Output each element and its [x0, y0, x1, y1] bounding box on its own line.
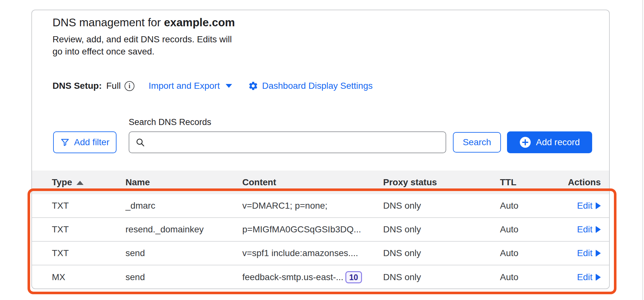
- import-export-label: Import and Export: [149, 81, 220, 91]
- add-record-label: Add record: [536, 137, 580, 147]
- chevron-right-icon: [596, 202, 601, 209]
- table-row: MX send feedback-smtp.us-east-... 10 DNS…: [32, 265, 609, 289]
- column-header-type[interactable]: Type: [32, 177, 125, 188]
- dns-setup-value: Full: [106, 81, 121, 91]
- edit-record-link[interactable]: Edit: [577, 201, 601, 211]
- edit-record-label: Edit: [577, 224, 592, 235]
- page-subtitle: Review, add, and edit DNS records. Edits…: [52, 33, 245, 58]
- cell-actions: Edit: [563, 201, 609, 211]
- cell-actions: Edit: [563, 272, 609, 282]
- table-controls: Add filter Search Add record: [32, 131, 609, 154]
- table-row: TXT resend._domainkey p=MIGfMA0GCSqGSIb3…: [32, 218, 609, 242]
- add-filter-button[interactable]: Add filter: [53, 131, 117, 153]
- cell-name: resend._domainkey: [125, 224, 242, 235]
- cell-content: p=MIGfMA0GCSqGSIb3DQ...: [242, 224, 383, 235]
- cell-content: feedback-smtp.us-east-... 10: [242, 271, 383, 283]
- cell-content-text: v=DMARC1; p=none;: [242, 201, 327, 211]
- search-button[interactable]: Search: [453, 132, 501, 153]
- cell-type: TXT: [32, 201, 125, 211]
- import-export-link[interactable]: Import and Export: [149, 81, 232, 91]
- cell-name: send: [125, 248, 242, 258]
- dns-management-page: DNS management for example.com Review, a…: [0, 0, 644, 300]
- dns-setup-row: DNS Setup: Full i Import and Export Dash…: [52, 79, 373, 93]
- cell-proxy-status: DNS only: [383, 201, 500, 211]
- table-body: TXT _dmarc v=DMARC1; p=none; DNS only Au…: [32, 194, 609, 289]
- search-icon: [135, 137, 145, 147]
- cell-ttl: Auto: [500, 201, 563, 211]
- page-title-domain: example.com: [164, 16, 235, 29]
- cell-name: send: [125, 272, 242, 282]
- priority-badge: 10: [345, 271, 362, 283]
- sort-ascending-icon: [76, 181, 84, 185]
- dashboard-display-settings-label: Dashboard Display Settings: [262, 81, 373, 91]
- chevron-right-icon: [596, 274, 601, 281]
- info-icon[interactable]: i: [125, 81, 134, 91]
- cell-type: TXT: [32, 248, 125, 258]
- dns-management-card: DNS management for example.com Review, a…: [31, 10, 610, 289]
- gear-icon: [248, 81, 258, 91]
- column-header-ttl: TTL: [500, 177, 563, 188]
- chevron-right-icon: [596, 250, 601, 257]
- column-header-actions: Actions: [563, 177, 609, 188]
- add-filter-label: Add filter: [74, 137, 109, 147]
- edit-record-label: Edit: [577, 248, 592, 258]
- edit-record-label: Edit: [577, 272, 592, 282]
- cell-proxy-status: DNS only: [383, 272, 500, 282]
- table-header: Type Name Content Proxy status TTL Actio…: [32, 171, 609, 194]
- cell-content-text: v=spf1 include:amazonses....: [242, 248, 358, 258]
- cell-proxy-status: DNS only: [383, 224, 500, 235]
- column-header-name: Name: [125, 177, 242, 188]
- cell-type: TXT: [32, 224, 125, 235]
- dns-records-table: Type Name Content Proxy status TTL Actio…: [32, 171, 609, 289]
- page-edge-divider: [642, 0, 643, 300]
- cell-content-text: feedback-smtp.us-east-...: [242, 272, 343, 282]
- cell-name: _dmarc: [125, 201, 242, 211]
- cell-proxy-status: DNS only: [383, 248, 500, 258]
- funnel-icon: [60, 138, 70, 147]
- edit-record-link[interactable]: Edit: [577, 224, 601, 235]
- edit-record-label: Edit: [577, 201, 592, 211]
- cell-content: v=DMARC1; p=none;: [242, 201, 383, 211]
- cell-actions: Edit: [563, 224, 609, 235]
- table-row: TXT send v=spf1 include:amazonses.... DN…: [32, 242, 609, 265]
- column-header-proxy-status: Proxy status: [383, 177, 500, 188]
- column-header-content: Content: [242, 177, 383, 188]
- cell-actions: Edit: [563, 248, 609, 258]
- cell-ttl: Auto: [500, 272, 563, 282]
- cell-ttl: Auto: [500, 224, 563, 235]
- cell-ttl: Auto: [500, 248, 563, 258]
- edit-record-link[interactable]: Edit: [577, 248, 601, 258]
- search-records-label: Search DNS Records: [129, 117, 211, 127]
- table-row: TXT _dmarc v=DMARC1; p=none; DNS only Au…: [32, 194, 609, 218]
- page-title: DNS management for example.com: [52, 16, 235, 29]
- search-input[interactable]: [149, 132, 440, 153]
- cell-content: v=spf1 include:amazonses....: [242, 248, 383, 258]
- cell-content-text: p=MIGfMA0GCSqGSIb3DQ...: [242, 224, 361, 235]
- chevron-down-icon: [226, 84, 232, 88]
- edit-record-link[interactable]: Edit: [577, 272, 601, 282]
- chevron-right-icon: [596, 226, 601, 233]
- plus-circle-icon: [519, 137, 531, 148]
- dashboard-display-settings-link[interactable]: Dashboard Display Settings: [248, 81, 373, 91]
- add-record-button[interactable]: Add record: [507, 131, 592, 153]
- page-title-prefix: DNS management for: [52, 16, 164, 29]
- search-field[interactable]: [129, 131, 446, 153]
- cell-type: MX: [32, 272, 125, 282]
- dns-setup-label: DNS Setup:: [52, 81, 102, 91]
- column-header-type-label: Type: [52, 177, 72, 188]
